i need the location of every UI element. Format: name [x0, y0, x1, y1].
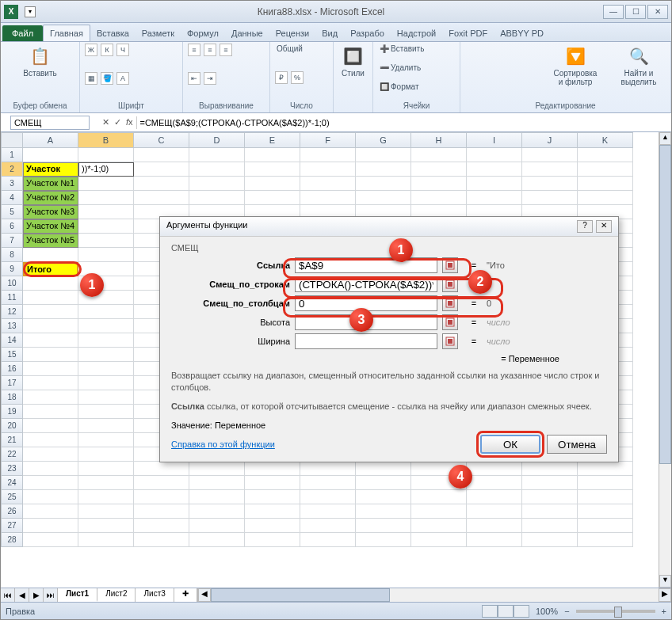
row-head-10[interactable]: 10 — [1, 276, 23, 291]
cells-format-button[interactable]: 🔲 Формат — [378, 82, 455, 92]
col-head-i[interactable]: I — [467, 132, 522, 148]
col-head-j[interactable]: J — [522, 132, 578, 148]
cells-delete-button[interactable]: ➖ Удалить — [378, 63, 455, 73]
row-head-17[interactable]: 17 — [1, 376, 23, 390]
indent-inc-icon[interactable]: ⇥ — [204, 72, 216, 85]
cell[interactable] — [23, 433, 78, 447]
dialog-help-button[interactable]: ? — [577, 220, 593, 233]
cell[interactable] — [522, 462, 578, 476]
cell[interactable] — [78, 433, 134, 447]
cell[interactable] — [23, 504, 78, 519]
cell[interactable] — [23, 405, 78, 419]
cell[interactable] — [189, 476, 245, 490]
cell[interactable] — [411, 148, 467, 162]
row-head-7[interactable]: 7 — [1, 234, 23, 248]
sheet-tab-3[interactable]: Лист3 — [136, 588, 174, 602]
align-right-icon[interactable]: ≡ — [220, 44, 232, 56]
cell[interactable] — [300, 162, 356, 177]
row-head-13[interactable]: 13 — [1, 319, 23, 333]
cell[interactable] — [245, 462, 300, 476]
cell[interactable] — [23, 276, 78, 291]
hscroll-thumb[interactable] — [211, 588, 390, 602]
cell[interactable] — [78, 490, 134, 504]
row-head-11[interactable]: 11 — [1, 291, 23, 305]
cell[interactable] — [78, 333, 134, 348]
align-center-icon[interactable]: ≡ — [204, 44, 216, 56]
scroll-left-button[interactable]: ◀ — [198, 588, 211, 602]
cell[interactable] — [134, 533, 189, 547]
zoom-out-button[interactable]: − — [564, 607, 569, 616]
fx-icon[interactable]: fx — [126, 117, 133, 127]
percent-icon[interactable]: % — [291, 71, 304, 84]
cell[interactable] — [23, 248, 78, 262]
cell[interactable] — [522, 177, 578, 191]
cell[interactable] — [189, 504, 245, 519]
row-head-15[interactable]: 15 — [1, 348, 23, 362]
cell[interactable] — [189, 162, 245, 177]
cell[interactable] — [23, 476, 78, 490]
tab-home[interactable]: Главная — [43, 25, 90, 41]
cell[interactable] — [23, 148, 78, 162]
col-head-g[interactable]: G — [356, 132, 411, 148]
arg-rows-picker[interactable] — [442, 276, 458, 292]
cell[interactable] — [300, 476, 356, 490]
scroll-up-button[interactable]: ▲ — [659, 132, 671, 145]
cell[interactable] — [78, 191, 134, 205]
cell[interactable] — [411, 533, 467, 547]
currency-icon[interactable]: ₽ — [275, 71, 288, 84]
cell[interactable] — [467, 148, 522, 162]
cell[interactable]: Участок №4 — [23, 219, 78, 234]
scroll-down-button[interactable]: ▼ — [659, 575, 671, 588]
close-button[interactable]: ✕ — [647, 5, 668, 19]
fill-icon[interactable]: 🪣 — [101, 72, 113, 85]
cancel-formula-icon[interactable]: ✕ — [102, 117, 109, 127]
dialog-help-link[interactable]: Справка по этой функции — [171, 439, 275, 449]
tab-addins[interactable]: Надстрой — [391, 25, 442, 41]
cell[interactable] — [78, 376, 134, 390]
vertical-scrollbar[interactable]: ▲ ▼ — [659, 132, 671, 588]
cell[interactable] — [78, 390, 134, 405]
row-head-27[interactable]: 27 — [1, 519, 23, 533]
cell[interactable] — [522, 490, 578, 504]
cell[interactable] — [78, 205, 134, 219]
cell[interactable] — [23, 447, 78, 462]
cell[interactable] — [78, 248, 134, 262]
cell[interactable] — [578, 462, 633, 476]
cell[interactable] — [134, 462, 189, 476]
cell[interactable] — [300, 191, 356, 205]
cell[interactable] — [411, 519, 467, 533]
arg-ref-picker[interactable] — [442, 257, 458, 273]
col-head-c[interactable]: C — [134, 132, 189, 148]
row-head-21[interactable]: 21 — [1, 433, 23, 447]
cell[interactable] — [23, 319, 78, 333]
select-all-corner[interactable] — [1, 132, 23, 148]
cell[interactable] — [411, 504, 467, 519]
vscroll-thumb[interactable] — [659, 145, 671, 464]
cell[interactable] — [411, 490, 467, 504]
tab-file[interactable]: Файл — [2, 25, 43, 41]
minimize-button[interactable]: — — [603, 5, 624, 19]
cell[interactable] — [578, 162, 633, 177]
arg-width-picker[interactable] — [442, 333, 458, 349]
tab-layout[interactable]: Разметк — [136, 25, 181, 41]
row-head-8[interactable]: 8 — [1, 248, 23, 262]
row-head-26[interactable]: 26 — [1, 504, 23, 519]
qat-toggle[interactable]: ▾ — [25, 6, 36, 17]
sheet-nav-last[interactable]: ⏭ — [44, 588, 58, 602]
cell[interactable] — [467, 519, 522, 533]
row-head-18[interactable]: 18 — [1, 390, 23, 405]
row-head-25[interactable]: 25 — [1, 490, 23, 504]
cell[interactable] — [578, 519, 633, 533]
arg-rows-input[interactable] — [295, 276, 437, 292]
cell[interactable]: Итого — [23, 262, 78, 276]
cell[interactable] — [78, 348, 134, 362]
cell[interactable] — [78, 362, 134, 376]
cell[interactable] — [78, 148, 134, 162]
cell[interactable] — [467, 191, 522, 205]
tab-insert[interactable]: Вставка — [90, 25, 136, 41]
cell[interactable] — [134, 148, 189, 162]
dialog-titlebar[interactable]: Аргументы функции ? ✕ — [160, 217, 618, 237]
cell[interactable] — [356, 519, 411, 533]
cell[interactable] — [356, 533, 411, 547]
indent-dec-icon[interactable]: ⇤ — [188, 72, 200, 85]
